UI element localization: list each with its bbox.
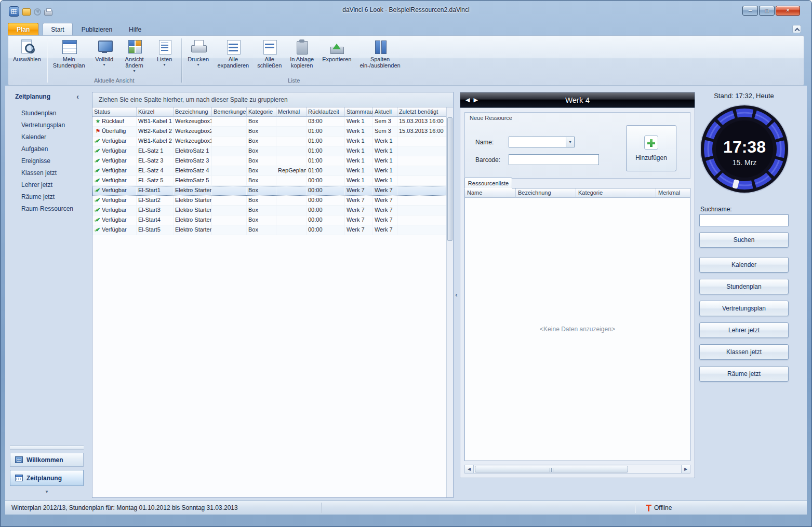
ribbon-button[interactable]: Drucken▾ [184,37,213,68]
scroll-left-icon[interactable]: ◀ [465,465,474,473]
minimize-button[interactable]: – [742,6,758,16]
horizontal-scrollbar-track[interactable] [474,465,681,473]
table-row[interactable]: Rücklauf WB1-Kabel 1 Werkzeugbox1 Box 03… [92,117,446,127]
sidebar-action-button[interactable]: Stundenplan [699,279,789,294]
splitter-collapse-icon[interactable]: ‹ [453,286,460,303]
vertical-scrollbar[interactable] [446,107,453,497]
clock-time: 17:38 [723,138,766,156]
barcode-input[interactable] [509,154,599,165]
column-header[interactable]: Kürzel [137,107,174,117]
horizontal-scrollbar[interactable]: ◀ ▶ [464,465,690,474]
sidebar-item[interactable]: Raum-Ressourcen [10,203,84,215]
sidebar-section-button[interactable]: Willkommen [10,453,84,467]
close-button[interactable]: × [776,6,800,16]
cell-merkmal [276,186,307,195]
horizontal-scrollbar-thumb[interactable] [475,466,628,472]
undo-icon[interactable] [34,8,41,16]
sidebar-item[interactable]: Vertretungsplan [10,119,84,131]
sidebar-more-icon[interactable]: ▾ [10,486,84,494]
app-menu-button[interactable]: Plan [8,23,38,36]
sidebar-item[interactable]: Aufgaben [10,143,84,155]
sidebar-item[interactable]: Stundenplan [10,107,84,119]
sidebar-item[interactable]: Räume jetzt [10,191,84,203]
sidebar-action-button[interactable]: Vertretungsplan [699,301,789,316]
column-header[interactable]: Stammraum [345,107,373,117]
column-header[interactable]: Name [465,188,516,198]
ribbon-tab[interactable]: Publizieren [74,23,120,36]
table-row[interactable]: Verfügbar El-Start4 Elektro Starters Box… [92,215,446,225]
column-header[interactable]: Merkmal [656,188,690,198]
ribbon-button[interactable]: Ansicht ändern▾ [120,37,149,74]
table-row[interactable]: Verfügbar El-Start5 Elektro Starters Box… [92,225,446,235]
cell-bemerkungen [212,206,247,215]
ribbon-button[interactable]: Alle expandieren [214,37,253,70]
column-header[interactable]: Zuletzt benötigt [397,107,446,117]
sidebar-item[interactable]: Ereignisse [10,155,84,167]
combo-dropdown-icon[interactable]: ▾ [566,137,575,147]
add-button-label: Hinzufügen [635,154,667,161]
ribbon-button[interactable]: Spalten ein-/ausblenden [356,37,404,70]
cell-ruecklaufzeit: 01:00 [307,127,345,136]
scroll-right-icon[interactable]: ▶ [681,465,690,473]
print-icon[interactable] [44,10,52,16]
cell-kuerzel: EL-Satz 5 [137,176,174,185]
vertical-scrollbar-thumb[interactable] [447,117,452,241]
tab-ressourcenliste[interactable]: Ressourcenliste [464,178,512,188]
table-row[interactable]: Verfügbar EL-Satz 4 ElektroSatz 4 Box Re… [92,166,446,176]
column-header[interactable]: Kategorie [247,107,276,117]
ribbon-collapse-chevron-icon[interactable] [792,25,801,33]
search-input[interactable] [699,214,789,226]
column-header[interactable]: Kategorie [576,188,656,198]
ribbon-button[interactable]: Mein Stundenplan [49,37,89,70]
column-header[interactable]: Rücklaufzeit [307,107,345,117]
table-row[interactable]: Verfügbar El-Start2 Elektro Starters Box… [92,196,446,206]
column-header[interactable]: Merkmal [276,107,307,117]
column-header[interactable]: Aktuell [373,107,397,117]
table-row[interactable]: Verfügbar El-Start1 Elektro Starters Box… [92,186,446,196]
cell-zuletzt-benoetigt [397,206,446,215]
sidebar-item[interactable]: Kalender [10,131,84,143]
sidebar-item[interactable]: Klassen jetzt [10,167,84,179]
ribbon-button[interactable]: Vollbild▾ [90,37,119,68]
table-row[interactable]: Verfügbar EL-Satz 5 ElektroSatz 5 Box 00… [92,176,446,186]
sidebar-action-button[interactable]: Räume jetzt [699,366,789,382]
ribbon-button[interactable]: Alle schließen [254,37,285,70]
ribbon-button[interactable]: In Ablage kopieren [286,37,317,70]
ribbon-button[interactable]: Exportieren [318,37,355,63]
table-row[interactable]: Verfügbar EL-Satz 3 ElektroSatz 3 Box 01… [92,156,446,166]
app-icon[interactable] [9,6,19,17]
cell-zuletzt-benoetigt [397,176,446,185]
ribbon-tab[interactable]: Start [43,23,72,36]
column-header[interactable]: Bezeichnung [516,188,576,198]
ribbon-tab[interactable]: Hilfe [121,23,149,36]
table-row[interactable]: Verfügbar El-Start3 Elektro Starters Box… [92,206,446,215]
sidebar-section-button[interactable]: Zeitplanung [10,470,84,486]
sidebar-collapse-icon[interactable]: ‹ [75,92,81,101]
column-header[interactable]: Bemerkungen [212,107,247,117]
table-row[interactable]: Verfügbar WB1-Kabel 2 Werkzeugbox1 Box 0… [92,137,446,146]
sidebar-action-button[interactable]: Klassen jetzt [699,344,789,360]
add-resource-button[interactable]: Hinzufügen [626,125,676,171]
nav-previous-icon[interactable]: ◀ [465,97,470,103]
clock-widget: 17:38 15. Mrz [699,104,790,194]
column-header[interactable]: Bezeichnung [174,107,212,117]
table-row[interactable]: Überfällig WB2-Kabel 2 Werkzeugbox2 Box … [92,127,446,137]
ribbon-button[interactable]: Listen▾ [150,37,179,68]
sidebar-action-button[interactable]: Suchen [699,232,789,248]
groupby-bar[interactable]: Ziehen Sie eine Spalte hierher, um nach … [92,92,453,107]
table-row[interactable]: Verfügbar EL-Satz 1 ElektroSatz 1 Box 01… [92,146,446,156]
cell-bezeichnung: Elektro Starters [174,206,212,215]
ribbon-button[interactable]: Auswählen [9,37,45,63]
sidebar-resize-grip[interactable] [10,445,84,450]
cell-aktuell: Werk 1 [373,137,397,146]
sidebar-item[interactable]: Lehrer jetzt [10,179,84,191]
sidebar-action-button[interactable]: Lehrer jetzt [699,322,789,338]
ribbon-button-label: Drucken▾ [188,56,209,67]
maximize-button[interactable]: □ [759,6,775,16]
open-icon[interactable] [22,8,31,16]
name-input[interactable] [509,137,566,147]
sidebar-action-button[interactable]: Kalender [699,257,789,273]
nav-next-icon[interactable]: ▶ [473,97,477,103]
cell-kuerzel: EL-Satz 4 [137,166,174,175]
column-header[interactable]: Status [92,107,137,117]
